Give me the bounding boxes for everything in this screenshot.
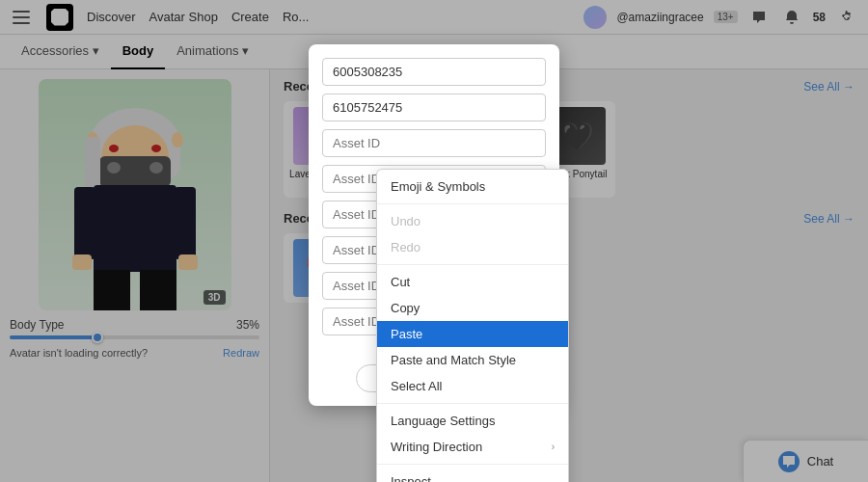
ctx-redo: Redo — [377, 234, 568, 260]
ctx-separator-3 — [377, 403, 568, 404]
ctx-paste-match-style[interactable]: Paste and Match Style — [377, 347, 568, 373]
ctx-writing-direction[interactable]: Writing Direction › — [377, 434, 568, 460]
asset-id-input-2[interactable] — [322, 94, 546, 121]
ctx-language-settings[interactable]: Language Settings — [377, 408, 568, 434]
writing-direction-arrow: › — [552, 442, 555, 452]
ctx-select-all[interactable]: Select All — [377, 373, 568, 399]
ctx-cut[interactable]: Cut — [377, 269, 568, 295]
asset-id-input-1[interactable] — [322, 58, 546, 86]
asset-id-input-3[interactable] — [322, 129, 546, 157]
ctx-separator-2 — [377, 264, 568, 265]
ctx-separator-1 — [377, 203, 568, 204]
ctx-emoji-symbols[interactable]: Emoji & Symbols — [377, 174, 568, 200]
ctx-inspect[interactable]: Inspect — [377, 469, 568, 482]
ctx-paste[interactable]: Paste — [377, 321, 568, 347]
ctx-separator-4 — [377, 464, 568, 465]
ctx-copy[interactable]: Copy — [377, 295, 568, 321]
ctx-undo: Undo — [377, 208, 568, 234]
context-menu: Emoji & Symbols Undo Redo Cut Copy Paste… — [376, 169, 569, 482]
